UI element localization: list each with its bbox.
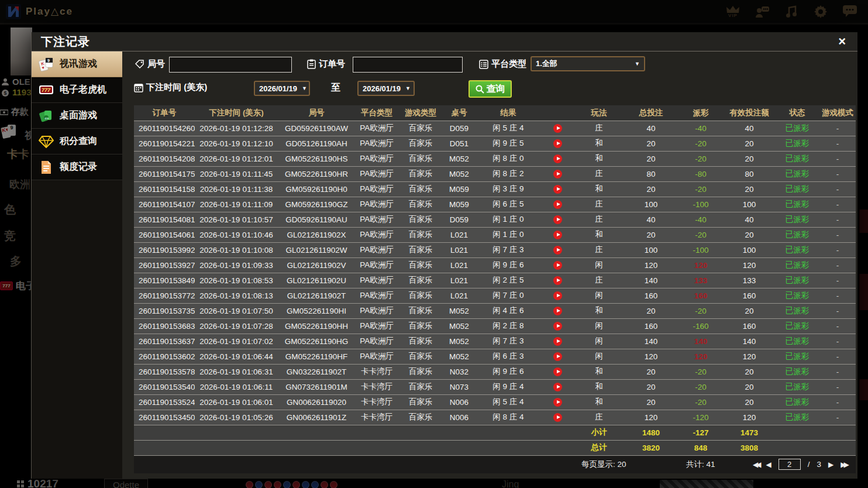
cell-game-mode: - xyxy=(819,273,856,288)
cell-total-bet: 160 xyxy=(624,318,678,334)
play-video-icon[interactable] xyxy=(553,322,562,331)
cell-valid-bet: 20 xyxy=(724,394,775,410)
cell-result: 闲 9 庄 4 xyxy=(476,379,541,394)
svg-text:co: co xyxy=(45,116,49,120)
col-header: 平台类型 xyxy=(355,105,398,121)
order-number-input[interactable] xyxy=(353,57,463,73)
date-to-select[interactable]: 2026/01/19 ▼ xyxy=(357,81,415,96)
tag-icon xyxy=(135,60,144,69)
subtotal-payout: -127 xyxy=(678,425,724,440)
chevron-down-icon: ▼ xyxy=(401,85,411,91)
cell-payout: -20 xyxy=(678,379,724,394)
cell-status: 已派彩 xyxy=(775,257,819,273)
cell-play-style: 闲 xyxy=(574,318,624,334)
play-video-icon[interactable] xyxy=(553,413,562,422)
play-video-icon[interactable] xyxy=(553,383,562,391)
cell-play-style: 和 xyxy=(574,379,624,394)
cell-total-bet: 120 xyxy=(624,349,678,364)
next-page-icon[interactable]: ▶ xyxy=(828,460,833,469)
sidebar-item-table-games[interactable]: co 桌面游戏 xyxy=(32,103,122,129)
cell-order-no: 260119015410754 xyxy=(134,197,195,212)
cell-game-mode: - xyxy=(819,166,856,181)
play-video-icon[interactable] xyxy=(553,352,562,361)
cell-total-bet: 20 xyxy=(624,136,678,151)
filter-bar: 局号 订单号 平台类型 1.全部 ▼ 下注时间 (美 xyxy=(122,51,857,105)
table-row: 2601190153524922026-01-19 01:06:01GN0062… xyxy=(134,394,856,410)
col-header: 总投注 xyxy=(624,105,678,121)
calendar-icon xyxy=(134,83,143,92)
cell-payout: 133 xyxy=(678,273,724,288)
cell-table-no: D059 xyxy=(443,212,476,227)
cell-table-no: L021 xyxy=(443,257,476,273)
first-page-icon[interactable]: ◀◀ xyxy=(753,460,759,469)
cell-status: 已派彩 xyxy=(775,379,819,394)
cell-valid-bet: 120 xyxy=(724,257,775,273)
cell-game-type: 百家乐 xyxy=(398,197,443,212)
cell-play-style: 庄 xyxy=(574,212,624,227)
cell-result: 闲 9 庄 5 xyxy=(476,136,541,151)
cell-play-style: 和 xyxy=(574,364,624,379)
subtotal-valid: 1473 xyxy=(724,425,775,440)
cell-payout: -20 xyxy=(678,394,724,410)
search-button[interactable]: 查询 xyxy=(469,80,512,98)
cell-order-no: 260119015357855 xyxy=(134,364,195,379)
cell-order-no: 260119015406135 xyxy=(134,227,195,242)
cell-platform: PA欧洲厅 xyxy=(355,136,398,151)
cell-video xyxy=(541,136,574,151)
modal-title-bar: 下注记录 × xyxy=(32,32,857,51)
sidebar-item-video-games[interactable]: K♥9 视讯游戏 xyxy=(32,51,122,77)
cell-table-no: L021 xyxy=(443,242,476,257)
last-page-icon[interactable]: ▶▶ xyxy=(841,460,846,469)
cell-total-bet: 20 xyxy=(624,364,678,379)
cell-result: 闲 8 庄 0 xyxy=(476,151,541,166)
play-video-icon[interactable] xyxy=(553,215,562,224)
cell-video xyxy=(541,273,574,288)
close-icon[interactable]: × xyxy=(838,36,846,47)
cell-status: 已派彩 xyxy=(775,121,819,136)
platform-type-select[interactable]: 1.全部 ▼ xyxy=(531,56,645,71)
play-video-icon[interactable] xyxy=(553,291,562,300)
col-header: 结果 xyxy=(476,105,541,121)
prev-page-icon[interactable]: ◀ xyxy=(766,460,771,469)
play-video-icon[interactable] xyxy=(553,124,562,133)
play-video-icon[interactable] xyxy=(553,231,562,239)
round-number-input[interactable] xyxy=(169,57,292,73)
cell-valid-bet: 160 xyxy=(724,318,775,334)
subtotal-row: 小计 1480 -127 1473 xyxy=(134,425,856,440)
sidebar-item-points[interactable]: 积分查询 xyxy=(32,129,122,154)
play-video-icon[interactable] xyxy=(553,200,562,209)
order-number-label: 订单号 xyxy=(307,59,345,70)
cell-platform: PA欧洲厅 xyxy=(355,288,398,303)
play-video-icon[interactable] xyxy=(553,185,562,194)
play-video-icon[interactable] xyxy=(553,307,562,315)
sidebar-item-slots[interactable]: 777 电子老虎机 xyxy=(32,77,122,103)
cell-game-type: 百家乐 xyxy=(398,212,443,227)
play-video-icon[interactable] xyxy=(553,367,562,376)
play-video-icon[interactable] xyxy=(553,337,562,346)
cell-table-no: M052 xyxy=(443,166,476,181)
date-from-select[interactable]: 2026/01/19 ▼ xyxy=(254,81,310,96)
round-number-label: 局号 xyxy=(135,59,165,70)
cell-order-no: 260119015384958 xyxy=(134,273,195,288)
play-video-icon[interactable] xyxy=(553,398,562,407)
play-video-icon[interactable] xyxy=(553,170,562,178)
table-row: 2601190153683572026-01-19 01:07:28GM0522… xyxy=(134,318,856,334)
play-video-icon[interactable] xyxy=(553,154,562,163)
cell-play-style: 闲 xyxy=(574,288,624,303)
current-page-input[interactable]: 2 xyxy=(779,459,801,470)
play-video-icon[interactable] xyxy=(553,276,562,285)
cell-total-bet: 120 xyxy=(624,410,678,425)
list-icon xyxy=(479,60,488,69)
sidebar-item-quota[interactable]: 额度记录 xyxy=(32,154,122,180)
cell-total-bet: 20 xyxy=(624,151,678,166)
play-video-icon[interactable] xyxy=(553,139,562,148)
table-row: 2601190154061352026-01-19 01:10:46GL0212… xyxy=(134,227,856,242)
cell-status: 已派彩 xyxy=(775,394,819,410)
cell-bet-time: 2026-01-19 01:06:44 xyxy=(195,349,278,364)
play-video-icon[interactable] xyxy=(553,261,562,270)
play-video-icon[interactable] xyxy=(553,246,562,255)
cell-result: 闲 1 庄 0 xyxy=(476,212,541,227)
cell-payout: -20 xyxy=(678,136,724,151)
cell-result: 闲 6 庄 3 xyxy=(476,349,541,364)
cell-video xyxy=(541,303,574,318)
